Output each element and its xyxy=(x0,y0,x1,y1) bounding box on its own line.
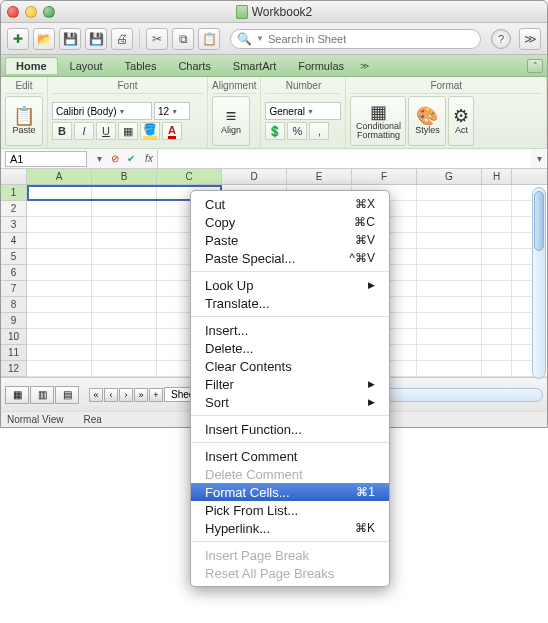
tab-first-button[interactable]: « xyxy=(89,388,103,402)
row-header[interactable]: 9 xyxy=(1,313,26,329)
row-header[interactable]: 8 xyxy=(1,297,26,313)
border-button[interactable]: ▦ xyxy=(118,122,138,140)
align-button[interactable]: ≡ Align xyxy=(212,96,250,146)
page-break-button[interactable]: ▤ xyxy=(55,386,79,404)
row-header[interactable]: 1 xyxy=(1,185,26,201)
tab-charts[interactable]: Charts xyxy=(168,58,220,74)
help-button[interactable]: ? xyxy=(491,29,511,49)
menu-copy[interactable]: Copy⌘C xyxy=(191,213,389,231)
actions-button[interactable]: ⚙ Act xyxy=(448,96,474,146)
cut-button[interactable]: ✂ xyxy=(146,28,168,50)
styles-label: Styles xyxy=(415,126,440,135)
menu-delete[interactable]: Delete... xyxy=(191,339,389,357)
chevron-down-icon[interactable]: ▼ xyxy=(256,34,264,43)
tab-smartart[interactable]: SmartArt xyxy=(223,58,286,74)
search-input[interactable] xyxy=(268,33,474,45)
tab-prev-button[interactable]: ‹ xyxy=(104,388,118,402)
tab-home[interactable]: Home xyxy=(5,57,58,74)
row-header[interactable]: 11 xyxy=(1,345,26,361)
accept-formula-button[interactable]: ✔ xyxy=(123,151,139,167)
paste-button[interactable]: 📋 xyxy=(198,28,220,50)
row-header[interactable]: 4 xyxy=(1,233,26,249)
column-headers: A B C D E F G H xyxy=(1,169,547,185)
col-header[interactable]: E xyxy=(287,169,352,184)
currency-button[interactable]: 💲 xyxy=(265,122,285,140)
zoom-icon[interactable] xyxy=(43,6,55,18)
menu-separator xyxy=(191,415,389,416)
row-header[interactable]: 5 xyxy=(1,249,26,265)
namebox-dropdown[interactable]: ▾ xyxy=(91,151,107,167)
col-header[interactable]: B xyxy=(92,169,157,184)
row-header[interactable]: 10 xyxy=(1,329,26,345)
add-sheet-button[interactable]: + xyxy=(149,388,163,402)
tab-next-button[interactable]: › xyxy=(119,388,133,402)
row-header[interactable]: 7 xyxy=(1,281,26,297)
font-color-button[interactable]: A xyxy=(162,122,182,140)
open-button[interactable]: 📂 xyxy=(33,28,55,50)
row-header[interactable]: 3 xyxy=(1,217,26,233)
tabs-overflow[interactable]: ≫ xyxy=(356,61,373,71)
search-box[interactable]: 🔍 ▼ xyxy=(230,29,481,49)
tab-layout[interactable]: Layout xyxy=(60,58,113,74)
menu-paste-special[interactable]: Paste Special...^⌘V xyxy=(191,249,389,267)
row-header[interactable]: 2 xyxy=(1,201,26,217)
font-name-select[interactable]: Calibri (Body)▼ xyxy=(52,102,152,120)
bucket-icon: 🪣 xyxy=(143,123,157,139)
col-header[interactable]: F xyxy=(352,169,417,184)
menu-clear-contents[interactable]: Clear Contents xyxy=(191,357,389,375)
menu-translate[interactable]: Translate... xyxy=(191,294,389,312)
chevron-right-icon: ≫ xyxy=(524,32,537,46)
row-header[interactable]: 6 xyxy=(1,265,26,281)
collapse-ribbon-button[interactable]: ˄ xyxy=(527,59,543,73)
menu-filter[interactable]: Filter xyxy=(191,375,389,393)
print-button[interactable]: 🖨 xyxy=(111,28,133,50)
copy-button[interactable]: ⧉ xyxy=(172,28,194,50)
font-size-select[interactable]: 12▼ xyxy=(154,102,190,120)
bold-button[interactable]: B xyxy=(52,122,72,140)
vertical-scrollbar[interactable] xyxy=(532,187,546,379)
select-all-corner[interactable] xyxy=(1,169,27,184)
scroll-thumb[interactable] xyxy=(534,191,544,251)
save-all-button[interactable]: 💾 xyxy=(85,28,107,50)
align-icon: ≡ xyxy=(226,107,237,125)
col-header[interactable]: A xyxy=(27,169,92,184)
tab-formulas[interactable]: Formulas xyxy=(288,58,354,74)
row-header[interactable]: 12 xyxy=(1,361,26,377)
close-icon[interactable] xyxy=(7,6,19,18)
normal-view-button[interactable]: ▦ xyxy=(5,386,29,404)
save-button[interactable]: 💾 xyxy=(59,28,81,50)
more-button[interactable]: ≫ xyxy=(519,28,541,50)
styles-button[interactable]: 🎨 Styles xyxy=(408,96,446,146)
context-menu: Cut⌘X Copy⌘C Paste⌘V Paste Special...^⌘V… xyxy=(190,190,390,428)
fill-color-button[interactable]: 🪣 xyxy=(140,122,160,140)
underline-button[interactable]: U xyxy=(96,122,116,140)
tab-last-button[interactable]: » xyxy=(134,388,148,402)
col-header[interactable]: C xyxy=(157,169,222,184)
formula-bar[interactable] xyxy=(157,150,531,168)
tab-tables[interactable]: Tables xyxy=(115,58,167,74)
italic-button[interactable]: I xyxy=(74,122,94,140)
name-box[interactable]: A1 xyxy=(5,151,87,167)
page-layout-button[interactable]: ▥ xyxy=(30,386,54,404)
col-header[interactable]: H xyxy=(482,169,512,184)
view-switcher: ▦ ▥ ▤ xyxy=(5,386,79,404)
menu-insert-function[interactable]: Insert Function... xyxy=(191,420,389,428)
menu-insert[interactable]: Insert... xyxy=(191,321,389,339)
conditional-formatting-button[interactable]: ▦ Conditional Formatting xyxy=(350,96,406,146)
paste-label: Paste xyxy=(12,126,35,135)
cancel-formula-button[interactable]: ⊘ xyxy=(107,151,123,167)
new-button[interactable]: ✚ xyxy=(7,28,29,50)
menu-paste[interactable]: Paste⌘V xyxy=(191,231,389,249)
menu-sort[interactable]: Sort xyxy=(191,393,389,411)
comma-button[interactable]: , xyxy=(309,122,329,140)
percent-button[interactable]: % xyxy=(287,122,307,140)
number-format-select[interactable]: General▼ xyxy=(265,102,341,120)
col-header[interactable]: D xyxy=(222,169,287,184)
expand-formula-bar[interactable]: ▾ xyxy=(531,151,547,167)
menu-cut[interactable]: Cut⌘X xyxy=(191,195,389,213)
minimize-icon[interactable] xyxy=(25,6,37,18)
menu-look-up[interactable]: Look Up xyxy=(191,276,389,294)
paste-big-button[interactable]: 📋 Paste xyxy=(5,96,43,146)
col-header[interactable]: G xyxy=(417,169,482,184)
fx-button[interactable]: fx xyxy=(141,151,157,167)
